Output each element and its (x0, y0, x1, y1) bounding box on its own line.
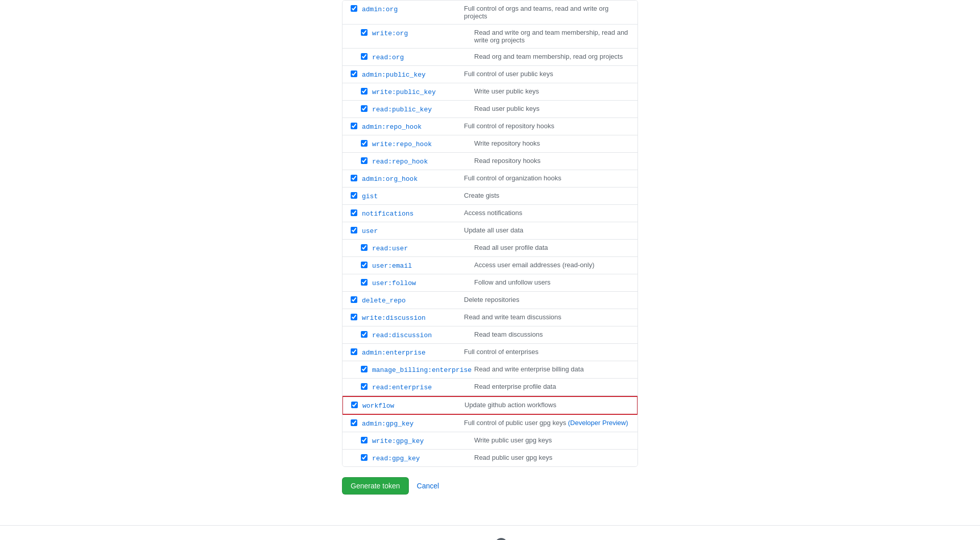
scope-name-col-read_org: read:org (372, 53, 474, 61)
scope-name-user_follow: user:follow (372, 279, 416, 287)
scope-name-col-write_org: write:org (372, 29, 474, 37)
checkbox-col-read_gpg_key (361, 454, 372, 462)
scope-desc-col-write_public_key: Write user public keys (474, 87, 629, 95)
scope-name-col-write_gpg_key: write:gpg_key (372, 436, 474, 445)
checkbox-read_user[interactable] (361, 244, 368, 251)
checkbox-admin_enterprise[interactable] (351, 348, 357, 355)
scope-desc-col-notifications: Access notifications (464, 209, 629, 217)
checkbox-write_org[interactable] (361, 29, 368, 36)
scope-name-admin_org_hook: admin:org_hook (362, 175, 418, 183)
scope-name-workflow: workflow (362, 402, 394, 410)
scope-desc-col-manage_billing_enterprise: Read and write enterprise billing data (474, 365, 629, 373)
checkbox-read_enterprise[interactable] (361, 383, 368, 390)
scope-name-admin_enterprise: admin:enterprise (362, 349, 426, 357)
checkbox-user[interactable] (351, 227, 357, 233)
checkbox-user_follow[interactable] (361, 279, 368, 286)
checkbox-user_email[interactable] (361, 262, 368, 268)
scope-desc-col-read_public_key: Read user public keys (474, 105, 629, 112)
scope-desc-col-gist: Create gists (464, 192, 629, 199)
scope-name-write_public_key: write:public_key (372, 88, 436, 96)
checkbox-write_repo_hook[interactable] (361, 140, 368, 147)
scope-desc-col-read_discussion: Read team discussions (474, 331, 629, 338)
scope-desc-col-admin_public_key: Full control of user public keys (464, 70, 629, 78)
checkbox-workflow[interactable] (351, 402, 358, 408)
scope-name-col-read_user: read:user (372, 244, 474, 252)
checkbox-manage_billing_enterprise[interactable] (361, 366, 368, 372)
checkbox-gist[interactable] (351, 192, 357, 199)
scope-name-col-admin_gpg_key: admin:gpg_key (362, 419, 464, 428)
checkbox-col-read_public_key (361, 105, 372, 113)
scope-name-col-read_repo_hook: read:repo_hook (372, 157, 474, 166)
checkbox-read_public_key[interactable] (361, 105, 368, 112)
checkbox-delete_repo[interactable] (351, 296, 357, 303)
generate-token-button[interactable]: Generate token (342, 477, 409, 495)
checkbox-col-write_repo_hook (361, 140, 372, 148)
scope-desc-col-user_email: Access user email addresses (read-only) (474, 261, 629, 269)
scope-desc-col-user: Update all user data (464, 226, 629, 234)
scope-name-notifications: notifications (362, 210, 413, 218)
checkbox-admin_public_key[interactable] (351, 71, 357, 77)
scope-desc-col-admin_repo_hook: Full control of repository hooks (464, 122, 629, 130)
scope-name-read_gpg_key: read:gpg_key (372, 455, 420, 462)
scope-name-col-notifications: notifications (362, 209, 464, 218)
checkbox-col-admin_public_key (351, 71, 362, 79)
checkbox-col-gist (351, 192, 362, 200)
scope-row-read_org: read:orgRead org and team membership, re… (342, 49, 638, 66)
scope-name-col-admin_public_key: admin:public_key (362, 70, 464, 79)
actions-row: Generate token Cancel (342, 477, 638, 495)
checkbox-write_discussion[interactable] (351, 314, 357, 320)
footer-center (495, 538, 507, 540)
scope-row-read_discussion: read:discussionRead team discussions (342, 326, 638, 344)
scope-row-admin_repo_hook: admin:repo_hookFull control of repositor… (342, 118, 638, 135)
scope-row-write_public_key: write:public_keyWrite user public keys (342, 83, 638, 101)
checkbox-col-write_org (361, 29, 372, 37)
checkbox-col-admin_org (351, 5, 362, 13)
checkbox-write_gpg_key[interactable] (361, 437, 368, 443)
checkbox-admin_org_hook[interactable] (351, 175, 357, 181)
scope-name-col-write_discussion: write:discussion (362, 313, 464, 322)
scope-desc-col-write_org: Read and write org and team membership, … (474, 29, 629, 44)
checkbox-read_org[interactable] (361, 53, 368, 60)
scopes-container: admin:orgFull control of orgs and teams,… (342, 0, 638, 467)
scope-desc-col-admin_gpg_key: Full control of public user gpg keys (De… (464, 419, 629, 427)
scope-name-admin_repo_hook: admin:repo_hook (362, 123, 422, 131)
scope-desc-col-read_org: Read org and team membership, read org p… (474, 53, 629, 60)
checkbox-col-read_discussion (361, 331, 372, 339)
checkbox-admin_gpg_key[interactable] (351, 419, 357, 426)
scope-row-user_email: user:emailAccess user email addresses (r… (342, 257, 638, 274)
footer: © 2020 GitHub, Inc. Terms Privacy Securi… (0, 525, 980, 540)
main-content: admin:orgFull control of orgs and teams,… (342, 0, 638, 495)
scope-name-col-user_email: user:email (372, 261, 474, 270)
github-logo-icon (495, 538, 507, 540)
checkbox-col-admin_repo_hook (351, 123, 362, 131)
scope-row-read_public_key: read:public_keyRead user public keys (342, 101, 638, 118)
checkbox-write_public_key[interactable] (361, 88, 368, 95)
checkbox-col-workflow (351, 402, 362, 410)
checkbox-read_repo_hook[interactable] (361, 157, 368, 164)
checkbox-read_discussion[interactable] (361, 331, 368, 338)
scope-desc-link-admin_gpg_key[interactable]: (Developer Preview) (568, 419, 628, 427)
scope-name-col-admin_org: admin:org (362, 5, 464, 13)
scope-row-read_enterprise: read:enterpriseRead enterprise profile d… (342, 379, 638, 396)
scope-name-col-read_enterprise: read:enterprise (372, 383, 474, 391)
scope-name-col-admin_enterprise: admin:enterprise (362, 348, 464, 357)
checkbox-notifications[interactable] (351, 209, 357, 216)
scope-name-col-write_repo_hook: write:repo_hook (372, 139, 474, 148)
checkbox-read_gpg_key[interactable] (361, 454, 368, 461)
scope-name-write_gpg_key: write:gpg_key (372, 437, 424, 445)
checkbox-admin_repo_hook[interactable] (351, 123, 357, 129)
checkbox-col-admin_enterprise (351, 348, 362, 357)
checkbox-admin_org[interactable] (351, 5, 357, 12)
scope-row-write_repo_hook: write:repo_hookWrite repository hooks (342, 135, 638, 153)
scope-row-gist: gistCreate gists (342, 187, 638, 205)
scope-row-admin_public_key: admin:public_keyFull control of user pub… (342, 66, 638, 83)
scope-name-col-gist: gist (362, 192, 464, 200)
scope-row-write_discussion: write:discussionRead and write team disc… (342, 309, 638, 326)
scope-desc-col-read_gpg_key: Read public user gpg keys (474, 454, 629, 461)
scope-row-write_org: write:orgRead and write org and team mem… (342, 25, 638, 49)
scope-row-admin_org_hook: admin:org_hookFull control of organizati… (342, 170, 638, 187)
checkbox-col-user (351, 227, 362, 235)
scope-name-col-admin_org_hook: admin:org_hook (362, 174, 464, 183)
cancel-button[interactable]: Cancel (415, 479, 442, 493)
scope-name-delete_repo: delete_repo (362, 297, 406, 304)
